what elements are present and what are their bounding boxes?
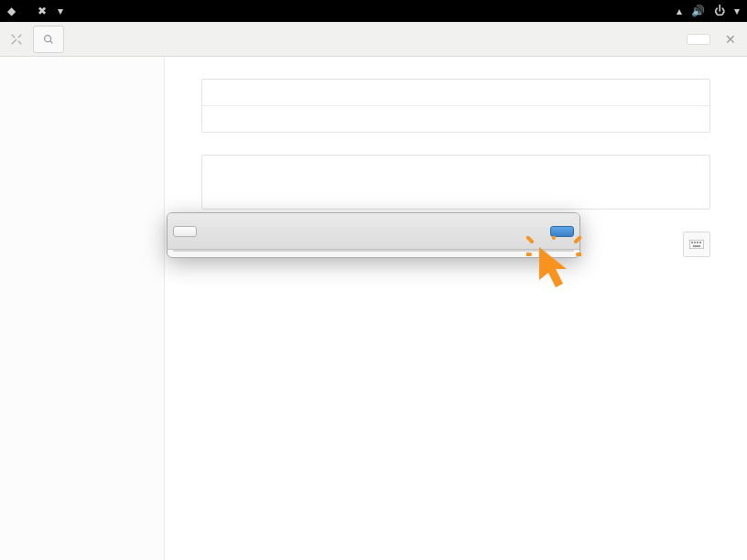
cancel-button[interactable] — [173, 226, 197, 237]
gnome-top-bar: ◆ ✖ ▾ ▴ 🔊 ⏻ ▾ — [0, 0, 747, 22]
modal-overlay — [0, 22, 747, 560]
add-input-source-dialog — [167, 212, 580, 258]
add-button[interactable] — [550, 226, 574, 237]
dialog-header — [168, 213, 579, 250]
volume-icon[interactable]: 🔊 — [691, 5, 705, 17]
power-icon[interactable]: ⏻ — [714, 5, 725, 17]
system-menu-chevron-icon[interactable]: ▾ — [734, 5, 740, 17]
tools-icon: ✖ — [38, 5, 47, 17]
network-icon[interactable]: ▴ — [677, 5, 682, 17]
current-app-label[interactable]: ▾ — [58, 5, 63, 17]
input-source-list[interactable] — [173, 250, 574, 252]
app-indicator-icon: ◆ — [7, 5, 16, 17]
